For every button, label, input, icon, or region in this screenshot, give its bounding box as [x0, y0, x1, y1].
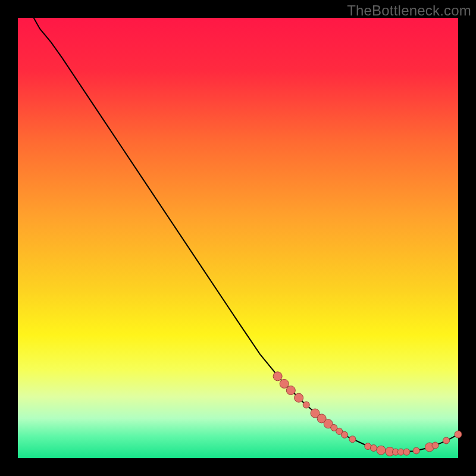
curve-marker: [273, 372, 282, 381]
bottleneck-chart: [0, 0, 476, 476]
plot-background: [18, 18, 458, 458]
curve-marker: [295, 393, 303, 402]
chart-frame: TheBottleneck.com: [0, 0, 476, 476]
watermark-text: TheBottleneck.com: [347, 2, 471, 19]
curve-marker: [349, 436, 356, 443]
curve-marker: [280, 379, 289, 388]
curve-marker: [432, 442, 439, 449]
curve-marker: [370, 444, 377, 451]
curve-marker: [455, 431, 462, 438]
curve-marker: [403, 449, 410, 455]
curve-marker: [377, 446, 386, 455]
curve-marker: [443, 437, 450, 444]
curve-marker: [303, 402, 309, 408]
curve-marker: [286, 386, 295, 395]
curve-marker: [413, 447, 419, 454]
curve-marker: [342, 431, 348, 438]
